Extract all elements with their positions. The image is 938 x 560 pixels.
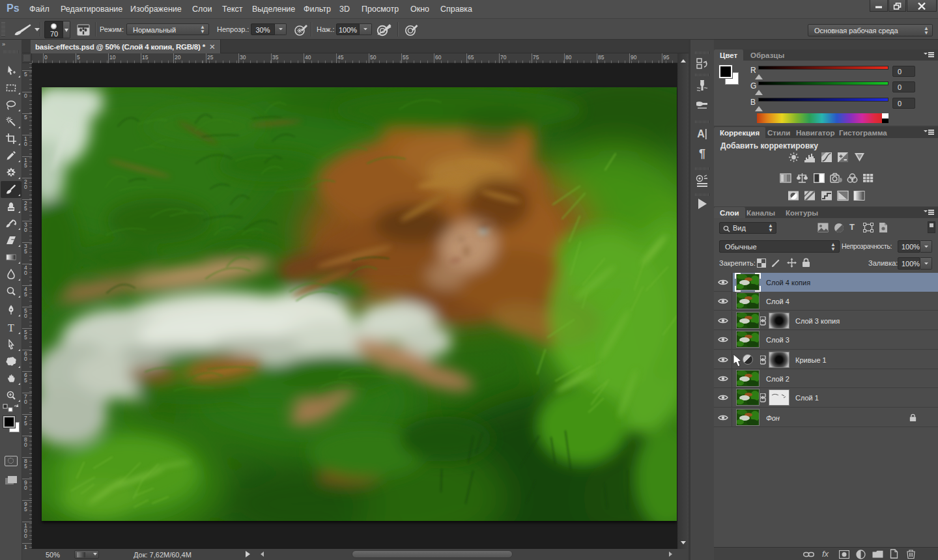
svg-text:T: T — [8, 323, 14, 333]
svg-text:¶: ¶ — [699, 147, 705, 160]
svg-text:A: A — [697, 128, 705, 139]
